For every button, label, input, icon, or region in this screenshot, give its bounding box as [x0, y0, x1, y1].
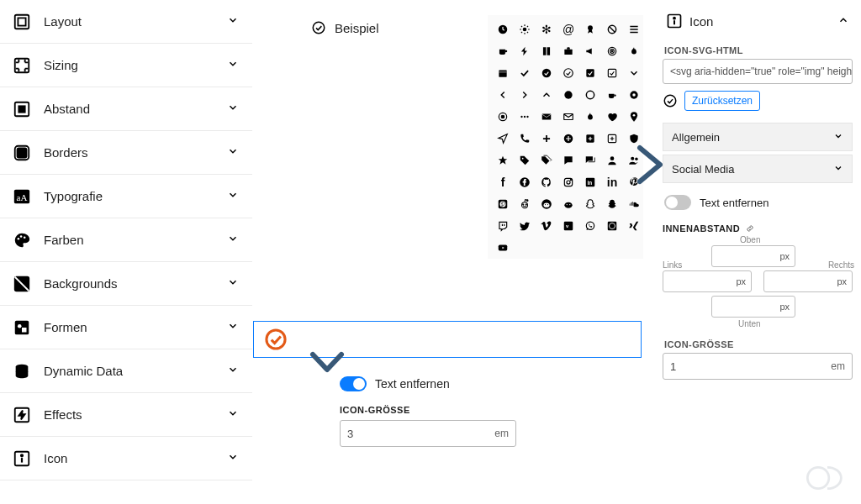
picker-reddit-icon[interactable]	[541, 198, 552, 210]
sidebar-item-dynamic-data[interactable]: Dynamic Data	[0, 349, 252, 393]
picker-paper-plane-icon[interactable]	[497, 133, 509, 144]
picker-linkedin-icon[interactable]: in	[606, 176, 618, 188]
picker-circle-solid-icon[interactable]	[563, 89, 574, 101]
picker-instagram-icon[interactable]	[563, 176, 574, 188]
inspector-panel-header[interactable]: Icon	[663, 0, 853, 37]
picker-mail-solid-icon[interactable]	[541, 111, 552, 123]
picker-check-icon[interactable]	[519, 67, 531, 79]
picker-record-icon[interactable]	[497, 111, 509, 123]
picker-asterisk-icon[interactable]: ✻	[541, 24, 552, 35]
picker-heart-icon[interactable]	[606, 111, 618, 123]
padding-right-input[interactable]: px	[763, 270, 853, 292]
picker-dot-circle-icon[interactable]	[628, 89, 640, 101]
picker-whatsapp-square-icon[interactable]	[606, 220, 618, 232]
picker-bullhorn-icon[interactable]	[584, 45, 596, 57]
picker-snapchat-icon[interactable]	[606, 198, 618, 210]
picker-circle-outline-icon[interactable]	[584, 89, 596, 101]
picker-reddit-alien-icon[interactable]	[563, 198, 574, 210]
picker-github-icon[interactable]	[541, 176, 552, 188]
svg-point-66	[544, 203, 550, 207]
picker-bars-icon[interactable]	[628, 24, 640, 35]
picker-ellipsis-icon[interactable]	[519, 111, 531, 123]
picker-mail-outline-icon[interactable]	[563, 111, 574, 123]
picker-plus-square-icon[interactable]	[584, 133, 596, 144]
picker-plus-icon[interactable]	[541, 133, 552, 144]
picker-check-circle-icon[interactable]	[541, 67, 552, 79]
picker-book-icon[interactable]	[541, 45, 552, 57]
picker-vimeo-square-icon[interactable]: v	[563, 220, 574, 232]
picker-map-pin-icon[interactable]	[628, 111, 640, 123]
sidebar-item-borders[interactable]: Borders	[0, 131, 252, 175]
padding-bottom-input[interactable]: px	[711, 296, 795, 318]
picker-tag-icon[interactable]	[519, 155, 531, 166]
picker-chevron-left-icon[interactable]	[497, 89, 509, 101]
picker-chevron-up-icon[interactable]	[541, 89, 552, 101]
picker-twitter-icon[interactable]	[519, 220, 531, 232]
accordion-allgemein[interactable]: Allgemein	[663, 123, 853, 151]
sidebar-item-farben[interactable]: Farben	[0, 218, 252, 262]
picker-twitch-icon[interactable]	[497, 220, 509, 232]
sidebar-item-abstand[interactable]: Abstand	[0, 87, 252, 131]
picker-ban-icon[interactable]	[606, 24, 618, 35]
sidebar-item-effects[interactable]: Effects	[0, 393, 252, 437]
picker-briefcase-icon[interactable]	[563, 45, 574, 57]
sidebar-item-typografie[interactable]: aA Typografie	[0, 175, 252, 218]
reset-button[interactable]: Zurücksetzen	[684, 91, 760, 111]
picker-chevron-right-icon[interactable]	[519, 89, 531, 101]
icon-size-input[interactable]: 1 em	[663, 353, 853, 380]
picker-shield-icon[interactable]	[628, 133, 640, 144]
toggle-text-entfernen[interactable]: Text entfernen	[340, 376, 558, 391]
picker-vimeo-icon[interactable]	[541, 220, 552, 232]
picker-reddit-outline-icon[interactable]	[519, 198, 531, 210]
padding-left-input[interactable]: px	[663, 270, 752, 292]
picker-chevron-down-icon[interactable]	[628, 67, 640, 79]
picker-at-icon[interactable]: @	[563, 24, 574, 35]
picker-star-icon[interactable]	[497, 155, 509, 166]
svg-html-input[interactable]: <svg aria-hidden="true" role="img" heigh	[663, 59, 853, 84]
picker-xing-icon[interactable]	[628, 220, 640, 232]
picker-linkedin-badge-icon[interactable]: in	[584, 176, 596, 188]
sidebar-item-backgrounds[interactable]: Backgrounds	[0, 262, 252, 306]
icon-size-input[interactable]: 3 em	[340, 420, 516, 447]
toggle-text-entfernen-inspector[interactable]: Text entfernen	[663, 195, 853, 210]
picker-clock-icon[interactable]	[497, 24, 509, 35]
picker-award-icon[interactable]	[584, 24, 596, 35]
picker-facebook-icon[interactable]	[519, 176, 531, 188]
picker-plus-circle-icon[interactable]	[563, 133, 574, 144]
picker-user-icon[interactable]	[606, 155, 618, 166]
picker-plus-square-outline-icon[interactable]	[606, 133, 618, 144]
picker-bolt-icon[interactable]	[519, 45, 531, 57]
accordion-social-media[interactable]: Social Media	[663, 155, 853, 183]
background-icon	[12, 274, 32, 294]
picker-check-circle-outline-icon[interactable]	[563, 67, 574, 79]
picker-snapchat-outline-icon[interactable]	[584, 198, 596, 210]
picker-facebook-f-icon[interactable]: f	[497, 176, 509, 188]
picker-check-square-outline-icon[interactable]	[606, 67, 618, 79]
picker-tags-icon[interactable]	[541, 155, 552, 166]
picker-check-square-icon[interactable]	[584, 67, 596, 79]
picker-comment-icon[interactable]	[563, 155, 574, 166]
svg-point-56	[570, 180, 571, 181]
sidebar-item-layout[interactable]: Layout	[0, 0, 252, 44]
toggle-switch-icon[interactable]	[664, 195, 691, 210]
padding-top-input[interactable]: px	[711, 245, 795, 267]
picker-comments-icon[interactable]	[584, 155, 596, 166]
svg-rect-1	[18, 18, 25, 25]
picker-whatsapp-icon[interactable]	[584, 220, 596, 232]
picker-mug-icon[interactable]	[497, 45, 509, 57]
picker-fire-icon[interactable]	[584, 111, 596, 123]
picker-youtube-icon[interactable]	[497, 242, 509, 254]
picker-calendar-icon[interactable]	[497, 67, 509, 79]
sidebar-item-formen[interactable]: Formen	[0, 306, 252, 349]
picker-pinterest-icon[interactable]	[497, 198, 509, 210]
sidebar-item-icon[interactable]: Icon	[0, 437, 252, 480]
picker-coffee-icon[interactable]	[606, 89, 618, 101]
picker-phone-icon[interactable]	[519, 133, 531, 144]
link-icon[interactable]	[745, 223, 755, 234]
picker-flame-icon[interactable]	[628, 45, 640, 57]
picker-bullseye-icon[interactable]	[606, 45, 618, 57]
picker-sun-icon[interactable]	[519, 24, 531, 35]
picker-soundcloud-icon[interactable]	[628, 198, 640, 210]
toggle-switch-icon[interactable]	[340, 376, 367, 391]
sidebar-item-sizing[interactable]: Sizing	[0, 44, 252, 87]
